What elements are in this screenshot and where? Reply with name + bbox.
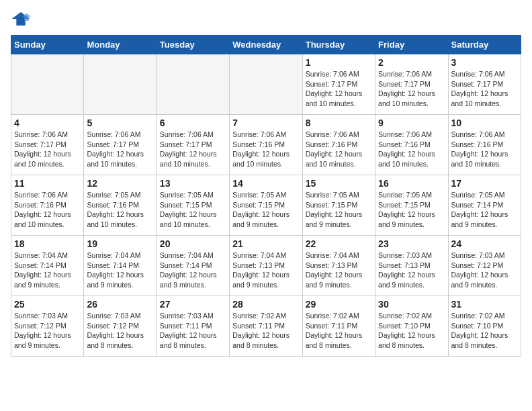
day-number: 18: [14, 238, 81, 249]
calendar-cell: 28Sunrise: 7:02 AM Sunset: 7:11 PM Dayli…: [230, 296, 302, 357]
day-info: Sunrise: 7:06 AM Sunset: 7:17 PM Dayligh…: [14, 130, 81, 169]
week-row-4: 18Sunrise: 7:04 AM Sunset: 7:14 PM Dayli…: [11, 236, 521, 296]
day-info: Sunrise: 7:04 AM Sunset: 7:14 PM Dayligh…: [160, 250, 226, 290]
calendar-cell: 25Sunrise: 7:03 AM Sunset: 7:12 PM Dayli…: [11, 296, 84, 357]
calendar-cell: 5Sunrise: 7:06 AM Sunset: 7:17 PM Daylig…: [84, 115, 157, 175]
day-number: 1: [306, 57, 372, 68]
day-header-saturday: Saturday: [448, 36, 521, 54]
day-number: 30: [378, 299, 445, 310]
calendar-cell: 26Sunrise: 7:03 AM Sunset: 7:12 PM Dayli…: [84, 296, 157, 357]
day-info: Sunrise: 7:05 AM Sunset: 7:16 PM Dayligh…: [87, 190, 153, 230]
day-number: 25: [14, 299, 81, 310]
day-info: Sunrise: 7:06 AM Sunset: 7:17 PM Dayligh…: [378, 69, 445, 109]
calendar-cell: 12Sunrise: 7:05 AM Sunset: 7:16 PM Dayli…: [84, 175, 157, 236]
day-info: Sunrise: 7:03 AM Sunset: 7:11 PM Dayligh…: [160, 311, 226, 351]
day-number: 20: [160, 238, 226, 249]
calendar-cell: 22Sunrise: 7:04 AM Sunset: 7:13 PM Dayli…: [302, 236, 375, 296]
calendar-cell: 11Sunrise: 7:06 AM Sunset: 7:16 PM Dayli…: [11, 175, 84, 236]
calendar-cell: 23Sunrise: 7:03 AM Sunset: 7:13 PM Dayli…: [375, 236, 448, 296]
day-info: Sunrise: 7:04 AM Sunset: 7:14 PM Dayligh…: [87, 250, 153, 290]
day-header-wednesday: Wednesday: [230, 36, 302, 54]
day-info: Sunrise: 7:06 AM Sunset: 7:16 PM Dayligh…: [232, 130, 299, 169]
day-info: Sunrise: 7:06 AM Sunset: 7:16 PM Dayligh…: [306, 130, 372, 169]
day-number: 29: [306, 299, 372, 310]
calendar-cell: 20Sunrise: 7:04 AM Sunset: 7:14 PM Dayli…: [157, 236, 229, 296]
week-row-2: 4Sunrise: 7:06 AM Sunset: 7:17 PM Daylig…: [11, 115, 521, 175]
day-info: Sunrise: 7:02 AM Sunset: 7:10 PM Dayligh…: [451, 311, 518, 351]
calendar-cell: 13Sunrise: 7:05 AM Sunset: 7:15 PM Dayli…: [157, 175, 229, 236]
calendar-cell: 6Sunrise: 7:06 AM Sunset: 7:17 PM Daylig…: [157, 115, 229, 175]
calendar-cell: 16Sunrise: 7:05 AM Sunset: 7:15 PM Dayli…: [375, 175, 448, 236]
calendar-cell: 3Sunrise: 7:06 AM Sunset: 7:17 PM Daylig…: [448, 54, 521, 115]
day-number: 5: [87, 118, 153, 128]
day-header-sunday: Sunday: [11, 36, 84, 54]
calendar-cell: 19Sunrise: 7:04 AM Sunset: 7:14 PM Dayli…: [84, 236, 157, 296]
day-info: Sunrise: 7:05 AM Sunset: 7:15 PM Dayligh…: [232, 190, 299, 230]
day-number: 16: [378, 178, 445, 189]
day-number: 13: [160, 178, 226, 189]
logo-icon: [11, 11, 31, 27]
logo: [11, 11, 34, 27]
day-info: Sunrise: 7:04 AM Sunset: 7:14 PM Dayligh…: [14, 250, 81, 290]
day-info: Sunrise: 7:05 AM Sunset: 7:15 PM Dayligh…: [378, 190, 445, 230]
day-info: Sunrise: 7:03 AM Sunset: 7:13 PM Dayligh…: [378, 250, 445, 290]
calendar-cell: 7Sunrise: 7:06 AM Sunset: 7:16 PM Daylig…: [230, 115, 302, 175]
calendar-cell: 10Sunrise: 7:06 AM Sunset: 7:16 PM Dayli…: [448, 115, 521, 175]
day-info: Sunrise: 7:03 AM Sunset: 7:12 PM Dayligh…: [87, 311, 153, 351]
calendar-cell: 8Sunrise: 7:06 AM Sunset: 7:16 PM Daylig…: [302, 115, 375, 175]
day-number: 15: [306, 178, 372, 189]
calendar-cell: 17Sunrise: 7:05 AM Sunset: 7:14 PM Dayli…: [448, 175, 521, 236]
day-number: 24: [451, 238, 518, 249]
day-number: 22: [306, 238, 372, 249]
calendar-cell: 9Sunrise: 7:06 AM Sunset: 7:16 PM Daylig…: [375, 115, 448, 175]
calendar-cell: [11, 54, 84, 115]
day-number: 4: [14, 118, 81, 128]
day-info: Sunrise: 7:06 AM Sunset: 7:16 PM Dayligh…: [14, 190, 81, 230]
header: [11, 11, 521, 27]
day-info: Sunrise: 7:05 AM Sunset: 7:15 PM Dayligh…: [306, 190, 372, 230]
header-row: SundayMondayTuesdayWednesdayThursdayFrid…: [11, 36, 521, 54]
day-info: Sunrise: 7:06 AM Sunset: 7:17 PM Dayligh…: [160, 130, 226, 169]
day-number: 8: [306, 118, 372, 128]
week-row-3: 11Sunrise: 7:06 AM Sunset: 7:16 PM Dayli…: [11, 175, 521, 236]
day-number: 19: [87, 238, 153, 249]
calendar-table: SundayMondayTuesdayWednesdayThursdayFrid…: [11, 35, 521, 357]
day-number: 12: [87, 178, 153, 189]
day-info: Sunrise: 7:02 AM Sunset: 7:11 PM Dayligh…: [306, 311, 372, 351]
day-info: Sunrise: 7:02 AM Sunset: 7:10 PM Dayligh…: [378, 311, 445, 351]
day-number: 28: [232, 299, 299, 310]
day-header-tuesday: Tuesday: [157, 36, 229, 54]
calendar-cell: 14Sunrise: 7:05 AM Sunset: 7:15 PM Dayli…: [230, 175, 302, 236]
calendar-cell: 30Sunrise: 7:02 AM Sunset: 7:10 PM Dayli…: [375, 296, 448, 357]
day-number: 17: [451, 178, 518, 189]
calendar-cell: [84, 54, 157, 115]
day-header-friday: Friday: [375, 36, 448, 54]
day-info: Sunrise: 7:02 AM Sunset: 7:11 PM Dayligh…: [232, 311, 299, 351]
day-number: 6: [160, 118, 226, 128]
day-number: 14: [232, 178, 299, 189]
day-number: 11: [14, 178, 81, 189]
day-number: 23: [378, 238, 445, 249]
day-number: 3: [451, 57, 518, 68]
day-number: 9: [378, 118, 445, 128]
day-info: Sunrise: 7:06 AM Sunset: 7:16 PM Dayligh…: [378, 130, 445, 169]
week-row-5: 25Sunrise: 7:03 AM Sunset: 7:12 PM Dayli…: [11, 296, 521, 357]
day-info: Sunrise: 7:03 AM Sunset: 7:12 PM Dayligh…: [14, 311, 81, 351]
day-info: Sunrise: 7:03 AM Sunset: 7:12 PM Dayligh…: [451, 250, 518, 290]
day-header-monday: Monday: [84, 36, 157, 54]
calendar-cell: 2Sunrise: 7:06 AM Sunset: 7:17 PM Daylig…: [375, 54, 448, 115]
day-number: 7: [232, 118, 299, 128]
week-row-1: 1Sunrise: 7:06 AM Sunset: 7:17 PM Daylig…: [11, 54, 521, 115]
calendar-cell: 4Sunrise: 7:06 AM Sunset: 7:17 PM Daylig…: [11, 115, 84, 175]
day-info: Sunrise: 7:06 AM Sunset: 7:16 PM Dayligh…: [451, 130, 518, 169]
day-number: 27: [160, 299, 226, 310]
day-info: Sunrise: 7:06 AM Sunset: 7:17 PM Dayligh…: [451, 69, 518, 109]
day-header-thursday: Thursday: [302, 36, 375, 54]
day-number: 2: [378, 57, 445, 68]
calendar-cell: 29Sunrise: 7:02 AM Sunset: 7:11 PM Dayli…: [302, 296, 375, 357]
calendar-cell: 18Sunrise: 7:04 AM Sunset: 7:14 PM Dayli…: [11, 236, 84, 296]
day-info: Sunrise: 7:06 AM Sunset: 7:17 PM Dayligh…: [306, 69, 372, 109]
calendar-cell: 27Sunrise: 7:03 AM Sunset: 7:11 PM Dayli…: [157, 296, 229, 357]
day-info: Sunrise: 7:05 AM Sunset: 7:14 PM Dayligh…: [451, 190, 518, 230]
calendar-cell: [230, 54, 302, 115]
